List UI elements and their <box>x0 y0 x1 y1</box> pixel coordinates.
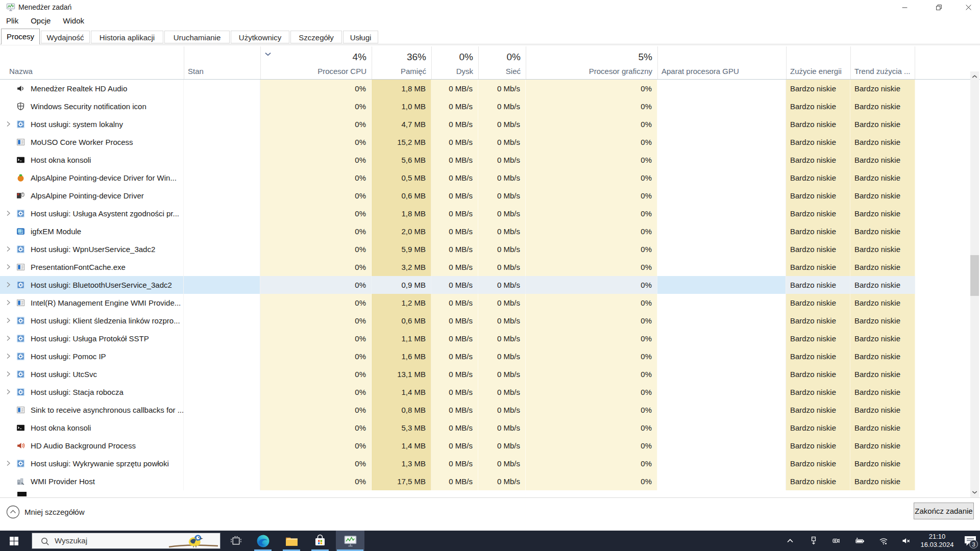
table-row[interactable]: HD Audio Background Process0%1,4 MB0 MB/… <box>0 437 915 455</box>
task-manager-button[interactable] <box>336 531 364 551</box>
expand-chevron-icon[interactable] <box>4 120 12 128</box>
table-row[interactable]: Host okna konsoli0%5,6 MB0 MB/s0 Mb/s0%B… <box>0 151 915 169</box>
search-input[interactable]: Wyszukaj <box>32 533 220 549</box>
column-header-network[interactable]: Sieć <box>478 66 526 78</box>
circle-chevron-up-icon[interactable] <box>6 505 20 519</box>
expand-chevron-icon[interactable] <box>4 263 12 271</box>
cell-network: 0 Mb/s <box>478 258 526 276</box>
cell-network: 0 Mb/s <box>478 472 526 490</box>
cell-cpu: 0% <box>260 133 372 151</box>
expand-chevron-icon[interactable] <box>4 281 12 289</box>
cell-disk: 0 MB/s <box>431 437 478 455</box>
table-row[interactable]: Intel(R) Management Engine WMI Provide..… <box>0 294 915 312</box>
table-row[interactable]: Host usługi: Pomoc IP0%1,6 MB0 MB/s0 Mb/… <box>0 347 915 365</box>
tab-historia-aplikacji[interactable]: Historia aplikacji <box>91 31 163 43</box>
cell-power_trend: Bardzo niskie <box>850 205 915 222</box>
scroll-down-icon[interactable] <box>971 488 978 496</box>
start-button[interactable] <box>2 531 26 551</box>
cell-memory: 0,8 MB <box>372 401 431 419</box>
taskbar-clock[interactable]: 21:10 16.03.2024 <box>918 533 957 549</box>
table-row[interactable]: Host okna konsoli0%5,3 MB0 MB/s0 Mb/s0%B… <box>0 419 915 437</box>
cell-disk: 0 MB/s <box>431 133 478 151</box>
tab-procesy[interactable]: Procesy <box>1 29 40 44</box>
expand-chevron-icon[interactable] <box>4 334 12 342</box>
table-row[interactable]: AlpsAlpine Pointing-device Driver0%0,6 M… <box>0 187 915 205</box>
minimize-button[interactable] <box>893 0 916 14</box>
expand-chevron-icon[interactable] <box>4 352 12 360</box>
expand-chevron-icon[interactable] <box>4 388 12 396</box>
expand-chevron-icon[interactable] <box>4 298 12 307</box>
process-name: Host usługi: Wykrywanie sprzętu powłoki <box>31 455 169 472</box>
title-bar: Menedżer zadań <box>0 0 980 14</box>
tab-wydajność[interactable]: Wydajność <box>41 31 90 43</box>
table-row[interactable]: Host usługi: Stacja robocza0%1,4 MB0 MB/… <box>0 383 915 401</box>
menu-item-widok[interactable]: Widok <box>57 14 90 28</box>
file-explorer-button[interactable] <box>280 531 303 551</box>
battery-icon[interactable] <box>855 536 864 545</box>
start-icon <box>9 536 19 546</box>
expand-chevron-icon[interactable] <box>4 245 12 253</box>
cell-gpu_engine <box>657 80 786 97</box>
column-header-power_trend[interactable]: Trend zużycia ... <box>850 66 915 78</box>
tab-uruchamianie[interactable]: Uruchamianie <box>164 31 230 43</box>
cell-power_trend: Bardzo niskie <box>850 115 915 133</box>
expand-chevron-icon[interactable] <box>4 209 12 217</box>
column-header-power[interactable]: Zużycie energii <box>786 66 850 78</box>
column-header-name[interactable]: Nazwa <box>0 66 184 78</box>
camera-icon[interactable] <box>831 536 841 545</box>
menu-item-opcje[interactable]: Opcje <box>24 14 57 28</box>
process-name: Host usługi: WpnUserService_3adc2 <box>31 240 155 258</box>
expand-chevron-icon[interactable] <box>4 459 12 467</box>
end-task-button[interactable]: Zakończ zadanie <box>914 503 974 519</box>
column-header-cpu[interactable]: Procesor CPU <box>260 66 372 78</box>
usb-icon[interactable] <box>809 536 818 545</box>
column-header-gpu[interactable]: Procesor graficzny <box>526 66 657 78</box>
scrollbar-thumb[interactable] <box>970 255 979 296</box>
cell-power_trend: Bardzo niskie <box>850 472 915 490</box>
expand-chevron-icon[interactable] <box>4 316 12 324</box>
column-header-disk[interactable]: Dysk <box>431 66 478 78</box>
table-row[interactable]: Host usługi: system lokalny0%4,7 MB0 MB/… <box>0 115 915 133</box>
table-row[interactable]: Menedżer Realtek HD Audio0%1,8 MB0 MB/s0… <box>0 80 915 97</box>
cell-power: Bardzo niskie <box>786 151 850 169</box>
cell-power: Bardzo niskie <box>786 222 850 240</box>
close-button[interactable] <box>957 0 980 14</box>
tab-szczegóły[interactable]: Szczegóły <box>290 31 342 43</box>
table-row[interactable]: MoUSO Core Worker Process0%15,2 MB0 MB/s… <box>0 133 915 151</box>
table-row[interactable]: Host usługi: UtcSvc0%13,1 MB0 MB/s0 Mb/s… <box>0 365 915 383</box>
task-view-button[interactable] <box>224 531 248 551</box>
tab-użytkownicy[interactable]: Użytkownicy <box>231 31 289 43</box>
table-row[interactable]: Host usługi: Klient śledzenia linków roz… <box>0 312 915 330</box>
table-row[interactable]: Host usługi: WpnUserService_3adc20%5,9 M… <box>0 240 915 258</box>
menu-item-plik[interactable]: Plik <box>0 14 24 28</box>
restore-button[interactable] <box>927 0 950 14</box>
edge-button[interactable] <box>251 531 275 551</box>
tab-usługi[interactable]: Usługi <box>343 31 378 43</box>
column-header-memory[interactable]: Pamięć <box>372 66 431 78</box>
store-icon <box>313 534 327 547</box>
column-header-status[interactable]: Stan <box>184 66 260 78</box>
cell-memory: 1,8 MB <box>372 80 431 97</box>
volume-muted-icon[interactable] <box>901 536 911 545</box>
table-row[interactable]: Host usługi: Wykrywanie sprzętu powłoki0… <box>0 455 915 472</box>
scroll-up-icon[interactable] <box>971 72 978 81</box>
store-button[interactable] <box>308 531 332 551</box>
expand-chevron-icon[interactable] <box>4 370 12 378</box>
table-row[interactable]: igfxEM Module0%2,0 MB0 MB/s0 Mb/s0%Bardz… <box>0 222 915 240</box>
chevron-up-icon[interactable] <box>786 536 795 545</box>
cell-power: Bardzo niskie <box>786 401 850 419</box>
vertical-scrollbar[interactable] <box>970 71 979 497</box>
table-row[interactable]: Sink to receive asynchronous callbacks f… <box>0 401 915 419</box>
less-details-toggle[interactable]: Mniej szczegółów <box>24 505 85 519</box>
table-row[interactable]: Host usługi: Usługa Protokół SSTP0%1,1 M… <box>0 330 915 347</box>
column-header-gpu_engine[interactable]: Aparat procesora GPU <box>657 66 786 78</box>
tab-strip: ProcesyWydajnośćHistoria aplikacjiUrucha… <box>0 29 980 45</box>
table-row[interactable]: AlpsAlpine Pointing-device Driver for Wi… <box>0 169 915 187</box>
table-row[interactable]: WMI Provider Host0%17,5 MB0 MB/s0 Mb/s0%… <box>0 472 915 490</box>
process-name: Host usługi: BluetoothUserService_3adc2 <box>31 276 172 294</box>
wifi-icon[interactable] <box>879 536 888 545</box>
table-row[interactable]: PresentationFontCache.exe0%3,2 MB0 MB/s0… <box>0 258 915 276</box>
table-row[interactable]: Windows Security notification icon0%1,0 … <box>0 97 915 115</box>
table-row[interactable]: Host usługi: BluetoothUserService_3adc20… <box>0 276 915 294</box>
table-row[interactable]: Host usługi: Usługa Asystent zgodności p… <box>0 205 915 222</box>
